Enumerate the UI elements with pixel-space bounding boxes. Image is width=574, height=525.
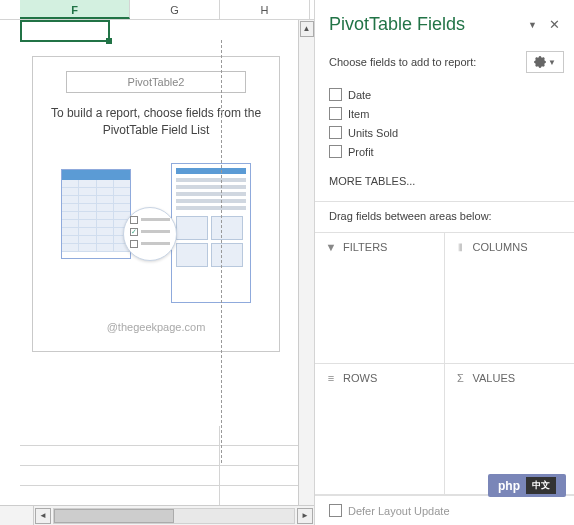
rows-area[interactable]: ≡ ROWS (315, 364, 445, 495)
defer-label: Defer Layout Update (348, 505, 450, 517)
horizontal-scrollbar[interactable]: ◄ ► (0, 505, 314, 525)
field-item-profit[interactable]: Profit (329, 142, 560, 161)
active-cell[interactable] (20, 20, 110, 42)
field-list: Date Item Units Sold Profit (315, 81, 574, 165)
grid-row[interactable] (20, 426, 314, 446)
area-label: FILTERS (343, 241, 387, 253)
field-label: Profit (348, 146, 374, 158)
filter-icon: ▼ (325, 241, 337, 253)
checkbox[interactable] (329, 88, 342, 101)
field-label: Date (348, 89, 371, 101)
field-item-item[interactable]: Item (329, 104, 560, 123)
grid-row[interactable] (20, 446, 314, 466)
pivot-illustration: ✓ (61, 163, 251, 303)
grid-row[interactable] (20, 486, 314, 505)
grid-row[interactable] (20, 466, 314, 486)
columns-area[interactable]: ⦀ COLUMNS (445, 233, 575, 364)
checkbox[interactable] (329, 126, 342, 139)
pivot-placeholder[interactable]: PivotTable2 To build a report, choose fi… (32, 56, 280, 352)
spreadsheet-area: F G H PivotTable2 To build a report, cho… (0, 0, 314, 525)
field-label: Units Sold (348, 127, 398, 139)
scroll-track[interactable] (53, 508, 295, 524)
close-icon[interactable]: ✕ (545, 15, 564, 34)
pivot-instruction: To build a report, choose fields from th… (41, 105, 271, 153)
pivottable-fields-pane: PivotTable Fields ▼ ✕ Choose fields to a… (314, 0, 574, 525)
checkbox[interactable] (329, 107, 342, 120)
field-item-units-sold[interactable]: Units Sold (329, 123, 560, 142)
more-tables-link[interactable]: MORE TABLES... (315, 165, 574, 201)
checkbox[interactable] (329, 145, 342, 158)
field-label: Item (348, 108, 369, 120)
area-label: VALUES (473, 372, 516, 384)
scroll-thumb[interactable] (54, 509, 174, 523)
field-item-date[interactable]: Date (329, 85, 560, 104)
pane-dropdown-icon[interactable]: ▼ (524, 18, 541, 32)
pane-title: PivotTable Fields (329, 14, 524, 35)
scroll-up-icon[interactable]: ▲ (300, 21, 314, 37)
watermark: @thegeekpage.com (41, 321, 271, 333)
area-label: ROWS (343, 372, 377, 384)
gear-icon (534, 56, 546, 68)
columns-icon: ⦀ (455, 241, 467, 253)
chevron-down-icon: ▼ (548, 58, 556, 67)
filters-area[interactable]: ▼ FILTERS (315, 233, 445, 364)
column-header-g[interactable]: G (130, 0, 220, 19)
vertical-scrollbar[interactable]: ▲ (298, 20, 314, 505)
page-break-line (221, 40, 222, 463)
scroll-left-icon[interactable]: ◄ (35, 508, 51, 524)
area-label: COLUMNS (473, 241, 528, 253)
values-icon: Σ (455, 372, 467, 384)
rows-icon: ≡ (325, 372, 337, 384)
defer-checkbox[interactable] (329, 504, 342, 517)
pane-subtitle: Choose fields to add to report: (329, 56, 526, 68)
column-headers: F G H (0, 0, 314, 20)
areas-grid: ▼ FILTERS ⦀ COLUMNS ≡ ROWS Σ VALUE (315, 232, 574, 495)
pivot-name: PivotTable2 (66, 71, 246, 93)
drag-instruction: Drag fields between areas below: (315, 201, 574, 232)
php-badge: php 中文 (488, 474, 566, 497)
column-header-h[interactable]: H (220, 0, 310, 19)
scroll-right-icon[interactable]: ► (297, 508, 313, 524)
tools-button[interactable]: ▼ (526, 51, 564, 73)
column-header-f[interactable]: F (20, 0, 130, 19)
